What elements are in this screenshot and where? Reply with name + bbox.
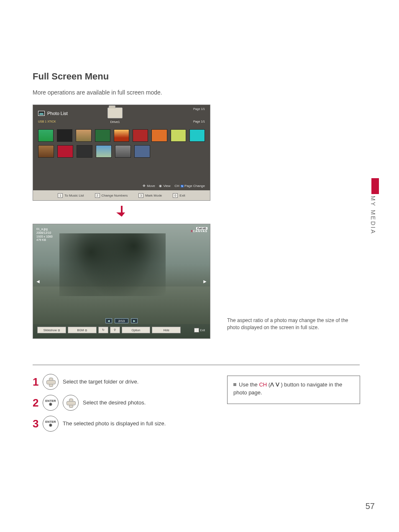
view-icon: ◉ [159, 184, 162, 188]
help-page-change: Page Change [184, 184, 205, 188]
enter-button-icon: ENTER [43, 395, 59, 411]
step-3-number: 3 [33, 417, 38, 430]
toolbar-option: Option [122, 327, 151, 333]
intro-text: More operations are available in full sc… [33, 89, 162, 96]
aspect-ratio-note: The aspect ratio of a photo may change t… [227, 317, 361, 332]
tip-mid: ( [267, 381, 270, 388]
footer-label-exit: Exit [179, 194, 185, 197]
nav-button-icon: ˄˅˂˃ [43, 374, 59, 390]
nav-button-icon: ˄˅˂˃ [63, 395, 79, 411]
tip-ch: CH [259, 381, 267, 388]
magnifier-icon: ⚲ [114, 328, 116, 332]
separator [33, 365, 360, 365]
thumbnail [133, 129, 148, 142]
keycap-2: 2 [95, 193, 100, 198]
step-3-text: The selected photo is displayed in full … [63, 420, 166, 427]
photo-toolbar: Slideshow ◘ BGM ◘ ↻ ⚲ Option Hide [33, 327, 210, 333]
section-side-label: MY MEDIA [370, 196, 376, 235]
step-2-number: 2 [33, 396, 38, 409]
help-move: Move [147, 184, 155, 188]
pager-left-icon: ◄ [105, 318, 112, 323]
thumbnail [115, 145, 131, 158]
keycap-1: 1 [58, 193, 63, 198]
footer-label-mark-mode: Mark Mode [145, 194, 162, 197]
thumbnail [114, 129, 129, 142]
enter-dot-icon [45, 402, 56, 406]
photo-info: 01_a.jpg 2008/12/10 1920 x 1080 479 KB [36, 228, 53, 242]
thumbnail [76, 129, 91, 142]
ch-icon: CH [174, 184, 179, 188]
photo-pager: ◄ 2/13 ► [105, 318, 138, 323]
footer-item-music: 1To Music List [58, 193, 84, 198]
thumbnail [151, 129, 167, 142]
folder-icon [107, 107, 123, 118]
toolbar-slideshow-label: Slideshow [43, 329, 57, 332]
photo-date: 2008/12/10 [36, 231, 53, 235]
toolbar-rotate: ↻ [98, 327, 108, 333]
step-2-text: Select the desired photos. [83, 399, 146, 407]
thumbnail [96, 145, 112, 158]
thumbnail [57, 145, 73, 158]
enter-dot-icon [45, 423, 56, 427]
thumbnail [189, 129, 205, 142]
ch-badge-icon: ⇅ [181, 185, 184, 187]
step-1: 1 ˄˅˂˃ Select the target folder or drive… [33, 374, 208, 390]
toolbar-bgm-label: BGM [77, 329, 84, 332]
keycap-0: 0 [173, 193, 178, 198]
photo-size: 479 KB [36, 238, 53, 242]
toolbar-bgm: BGM ◘ [68, 327, 97, 333]
enter-button-icon: ENTER [43, 416, 59, 432]
help-bar: ✥Move ◉View CH⇅ Page Change [33, 184, 210, 188]
step-3: 3 ENTER The selected photo is displayed … [33, 416, 208, 432]
toolbar-zoom: ⚲ [110, 327, 120, 333]
exit-label: Exit [200, 329, 205, 332]
direction-pad-icon: ˄˅˂˃ [66, 399, 75, 407]
direction-pad-icon: ˄˅˂˃ [46, 378, 55, 386]
page-heading: Full Screen Menu [33, 71, 109, 82]
stop-icon: ◘ [85, 329, 87, 332]
tip-close: ) [279, 381, 283, 388]
footer-item-exit: 0Exit [173, 193, 185, 198]
tip-pre: Use the [239, 381, 259, 388]
thumbnail [77, 145, 92, 158]
thumbnail [38, 145, 54, 158]
canvas-text: CANVAS [193, 230, 207, 233]
down-arrow-icon [115, 205, 128, 217]
thumbnail-grid [38, 129, 205, 161]
page-number: 57 [366, 501, 375, 511]
toolbar-slideshow: Slideshow ◘ [37, 327, 66, 333]
side-accent [371, 178, 379, 194]
page-indicator-top: Page 1/1 [193, 107, 205, 110]
footer-item-change-numbers: 2Change Numbers [95, 193, 128, 198]
usb-label: USB 1 XTICK [38, 120, 56, 123]
move-icon: ✥ [143, 184, 146, 188]
steps-list: 1 ˄˅˂˃ Select the target folder or drive… [33, 374, 208, 437]
bullet-icon [233, 383, 236, 386]
step-1-number: 1 [33, 376, 38, 389]
tip-box: Use the CH (ᐱ ᐯ ) button to navigate in … [227, 376, 360, 404]
page-indicator-col: Page 1/1 [193, 120, 205, 123]
photo-filename: 01_a.jpg [36, 228, 53, 231]
photo-resolution: 1920 x 1080 [36, 235, 53, 239]
thumbnail [57, 129, 72, 142]
step-2: 2 ENTER ˄˅˂˃ Select the desired photos. [33, 395, 208, 411]
help-view: View [163, 184, 170, 188]
photo-list-title-text: Photo List [47, 111, 68, 116]
footer-label-music: To Music List [64, 194, 84, 197]
nav-right-icon: ► [202, 279, 207, 284]
photo-list-screenshot: Photo List USB 1 XTICK Page 1/1 Drive1 P… [33, 105, 210, 201]
pager-count: 2/13 [115, 318, 129, 323]
photo-list-footer: 1To Music List 2Change Numbers 3Mark Mod… [33, 190, 210, 200]
keycap-0-exit: 0 [194, 328, 199, 332]
footer-label-change-numbers: Change Numbers [102, 194, 128, 197]
footer-item-mark-mode: 3Mark Mode [138, 193, 162, 198]
folder-label: Drive1 [107, 120, 123, 124]
rotate-icon: ↻ [102, 328, 105, 332]
photo-icon [38, 111, 45, 116]
nav-left-icon: ◄ [36, 279, 41, 284]
pager-right-icon: ► [131, 318, 138, 323]
repeat-icon: ◘ [58, 329, 60, 332]
fullsize-photo-screenshot: 01_a.jpg 2008/12/10 1920 x 1080 479 KB F… [33, 224, 210, 339]
toolbar-exit: 0 Exit [194, 328, 205, 332]
keycap-3: 3 [138, 193, 143, 198]
